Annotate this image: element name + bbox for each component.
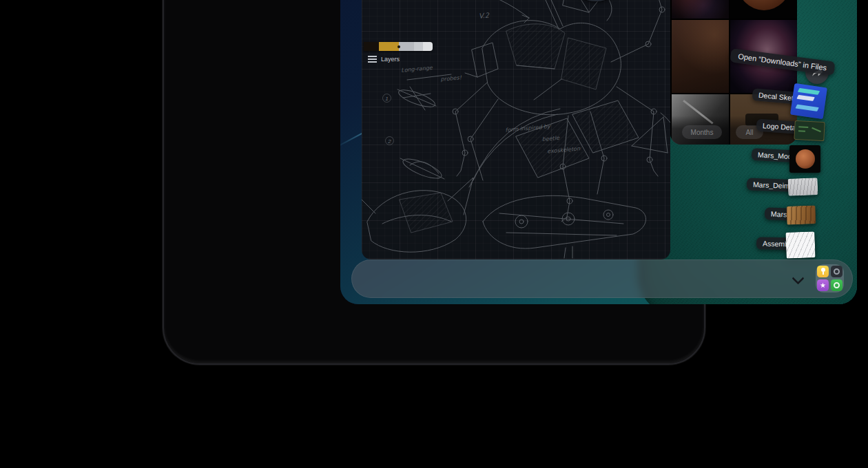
- concepts-app-window: connect to solar comms satellite V.2 Lon…: [362, 0, 670, 259]
- drag-thumb-mars[interactable]: [787, 205, 816, 224]
- annotation-marker-2: 2: [385, 136, 394, 145]
- annotation-version: V.2: [479, 12, 490, 19]
- drag-thumb-logo-detail[interactable]: [794, 120, 825, 141]
- layers-icon: [368, 56, 377, 63]
- swatch-gold[interactable]: [379, 42, 399, 51]
- drag-thumb-mars-deimos[interactable]: [788, 178, 818, 195]
- page-background: connect to solar comms satellite V.2 Lon…: [0, 0, 868, 468]
- dock: [351, 259, 853, 298]
- layers-label: Layers: [381, 56, 400, 63]
- mini-green-icon: [831, 279, 843, 291]
- swatch-selected-dot: [397, 45, 400, 48]
- swatch-silver[interactable]: [399, 42, 414, 51]
- drag-thumb-mars-model[interactable]: [789, 145, 820, 173]
- swatch-lightgray[interactable]: [414, 42, 423, 51]
- mini-star-icon: ★: [817, 279, 829, 291]
- ipad-screen: connect to solar comms satellite V.2 Lon…: [340, 0, 857, 304]
- swatch-black[interactable]: [364, 42, 379, 51]
- mini-tips-icon: [817, 266, 829, 277]
- mini-camera-icon: [831, 266, 843, 277]
- swatch-white[interactable]: [423, 42, 433, 51]
- drag-thumb-decal-sketches[interactable]: [790, 83, 827, 119]
- annotation-marker-1: 1: [382, 94, 391, 103]
- ipad-device-frame: connect to solar comms satellite V.2 Lon…: [163, 0, 705, 365]
- dock-app-library[interactable]: ★: [816, 264, 844, 292]
- annotation-inspired: form inspired by beetle exoskeleton: [505, 120, 580, 158]
- layers-button[interactable]: Layers: [368, 56, 400, 63]
- drag-thumb-assembly[interactable]: [785, 231, 815, 258]
